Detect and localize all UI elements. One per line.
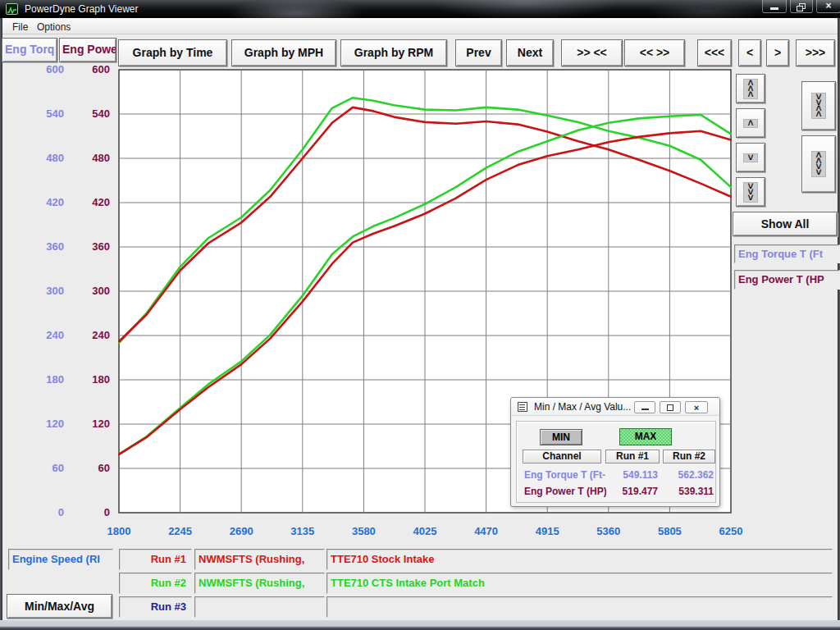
run2-column-header[interactable]: Run #2 bbox=[663, 450, 715, 463]
minimize-icon bbox=[641, 409, 649, 410]
x-channel-box[interactable]: Engine Speed (RI bbox=[8, 549, 113, 570]
graph-by-mph-button[interactable]: Graph by MPH bbox=[231, 39, 336, 66]
restore-button[interactable] bbox=[790, 0, 813, 13]
minmax-window-titlebar[interactable]: Min / Max / Avg Valu... × bbox=[511, 398, 719, 416]
scroll-right-fast-button[interactable]: >>> bbox=[796, 39, 835, 66]
x-tick-label: 5360 bbox=[582, 525, 635, 537]
run1-file-box: NWMSFTS (Rushing, bbox=[194, 549, 325, 570]
scroll-left-fast-button[interactable]: <<< bbox=[697, 39, 732, 66]
scroll-right-button[interactable]: > bbox=[766, 39, 789, 66]
y-scroll-down-button[interactable]: ˅ bbox=[736, 143, 765, 172]
x-tick-label: 4025 bbox=[399, 525, 451, 537]
run2-desc-box: TTE710 CTS Intake Port Match bbox=[326, 573, 833, 594]
y-tick-label: 600 bbox=[25, 63, 64, 76]
run2-box[interactable]: Run #2 bbox=[119, 573, 192, 594]
restore-icon bbox=[667, 404, 673, 411]
y-tick-label: 360 bbox=[71, 240, 110, 253]
x-tick-label: 1800 bbox=[93, 525, 145, 537]
menu-options[interactable]: Options bbox=[34, 21, 74, 34]
minimize-icon bbox=[770, 7, 778, 10]
show-all-button[interactable]: Show All bbox=[733, 212, 838, 236]
row-channel-label: Eng Power T (HP) bbox=[524, 486, 606, 497]
minmax-close-button[interactable]: × bbox=[685, 401, 708, 413]
y-tick-label: 360 bbox=[25, 240, 64, 253]
close-button[interactable]: × bbox=[816, 0, 840, 13]
zoom-out-x-button[interactable]: << >> bbox=[624, 39, 685, 66]
row-channel-label: Eng Torque T (Ft- bbox=[524, 469, 606, 481]
minmax-avg-button[interactable]: Min/Max/Avg bbox=[7, 594, 112, 619]
y-tick-label: 180 bbox=[25, 373, 64, 386]
y-tick-label: 60 bbox=[25, 462, 64, 475]
y-tick-label: 420 bbox=[71, 196, 110, 209]
window-frame-bottom bbox=[0, 620, 840, 630]
x-tick-label: 2245 bbox=[154, 525, 207, 537]
x-tick-label: 4470 bbox=[460, 525, 513, 537]
y-tick-label: 60 bbox=[71, 462, 110, 475]
y-scale-compress-button[interactable]: ˅˅˄˄ bbox=[801, 81, 836, 130]
minmax-window: Min / Max / Avg Valu... × MIN MAX Channe… bbox=[510, 397, 720, 507]
y-tick-label: 120 bbox=[71, 418, 110, 431]
y-tick-label: 480 bbox=[25, 152, 64, 165]
x-tick-label: 4915 bbox=[521, 525, 573, 537]
run3-file-box bbox=[194, 596, 325, 618]
window-title: PowerDyne Graph Viewer bbox=[25, 3, 139, 15]
y-tick-label: 240 bbox=[71, 329, 110, 342]
max-button[interactable]: MAX bbox=[619, 428, 672, 445]
y-tick-label: 0 bbox=[71, 506, 110, 519]
compress-chevrons-icon: ˅˅˄˄ bbox=[811, 93, 825, 119]
powerdyne-window: PowerDyne Graph Viewer × File Options En… bbox=[0, 0, 840, 630]
power-channel-button[interactable]: Eng Powe bbox=[59, 38, 116, 62]
torque-legend-box[interactable]: Eng Torque T (Ft bbox=[734, 244, 840, 263]
minmax-minimize-button[interactable] bbox=[634, 401, 655, 413]
torque-channel-button[interactable]: Eng Torq bbox=[2, 38, 57, 62]
x-tick-label: 5805 bbox=[643, 525, 696, 537]
run1-box[interactable]: Run #1 bbox=[119, 549, 192, 570]
zoom-in-x-button[interactable]: >> << bbox=[561, 39, 623, 66]
y-scroll-up-fast-button[interactable]: ˄˄˄ bbox=[736, 74, 765, 103]
run2-file-box: NWMSFTS (Rushing, bbox=[194, 573, 325, 594]
y-tick-label: 240 bbox=[25, 329, 64, 342]
min-button[interactable]: MIN bbox=[540, 429, 582, 445]
run1-column-header[interactable]: Run #1 bbox=[605, 450, 660, 463]
close-icon: × bbox=[817, 0, 840, 12]
y-tick-label: 600 bbox=[71, 63, 110, 76]
minimize-button[interactable] bbox=[762, 0, 787, 13]
title-bar[interactable]: PowerDyne Graph Viewer × bbox=[0, 0, 840, 18]
y-tick-label: 540 bbox=[25, 107, 64, 121]
minmax-window-icon bbox=[518, 402, 527, 412]
graph-by-time-button[interactable]: Graph by Time bbox=[118, 39, 227, 66]
x-tick-label: 6250 bbox=[705, 525, 757, 537]
x-tick-label: 2690 bbox=[215, 525, 267, 537]
menu-file[interactable]: File bbox=[9, 21, 31, 34]
run3-box[interactable]: Run #3 bbox=[119, 596, 192, 618]
minmax-body: MIN MAX Channel Run #1 Run #2 Eng Torque… bbox=[516, 421, 716, 503]
x-tick-label: 3580 bbox=[337, 525, 390, 537]
app-icon bbox=[6, 3, 18, 15]
power-legend-box[interactable]: Eng Power T (HP bbox=[734, 270, 840, 290]
triple-up-chevron-icon: ˄˄˄ bbox=[743, 79, 757, 99]
row-run1-value: 519.477 bbox=[605, 486, 658, 497]
next-button[interactable]: Next bbox=[506, 39, 554, 66]
row-run2-value: 539.311 bbox=[663, 486, 714, 497]
y-tick-label: 420 bbox=[25, 196, 64, 209]
y-scroll-down-fast-button[interactable]: ˅˅˅ bbox=[736, 177, 765, 207]
prev-button[interactable]: Prev bbox=[455, 39, 502, 66]
graph-by-rpm-button[interactable]: Graph by RPM bbox=[340, 39, 447, 66]
row-run2-value: 562.362 bbox=[663, 469, 714, 481]
run1-desc-box: TTE710 Stock Intake bbox=[326, 549, 833, 570]
y-scale-expand-button[interactable]: ˄˄˅˅ bbox=[801, 135, 836, 193]
channel-column-header[interactable]: Channel bbox=[523, 450, 601, 463]
y-scroll-up-button[interactable]: ˄ bbox=[736, 108, 765, 138]
y-tick-label: 540 bbox=[71, 107, 110, 121]
close-icon: × bbox=[686, 402, 707, 413]
minmax-restore-button[interactable] bbox=[660, 401, 681, 413]
y-tick-label: 180 bbox=[71, 373, 110, 386]
y-tick-label: 480 bbox=[71, 152, 110, 165]
y-tick-label: 300 bbox=[71, 285, 110, 298]
expand-chevrons-icon: ˄˄˅˅ bbox=[811, 151, 825, 177]
scroll-left-button[interactable]: < bbox=[738, 39, 761, 66]
row-run1-value: 549.113 bbox=[605, 469, 658, 481]
triple-down-chevron-icon: ˅˅˅ bbox=[743, 182, 757, 203]
y-tick-label: 300 bbox=[25, 285, 64, 298]
y-tick-label: 0 bbox=[25, 506, 64, 519]
